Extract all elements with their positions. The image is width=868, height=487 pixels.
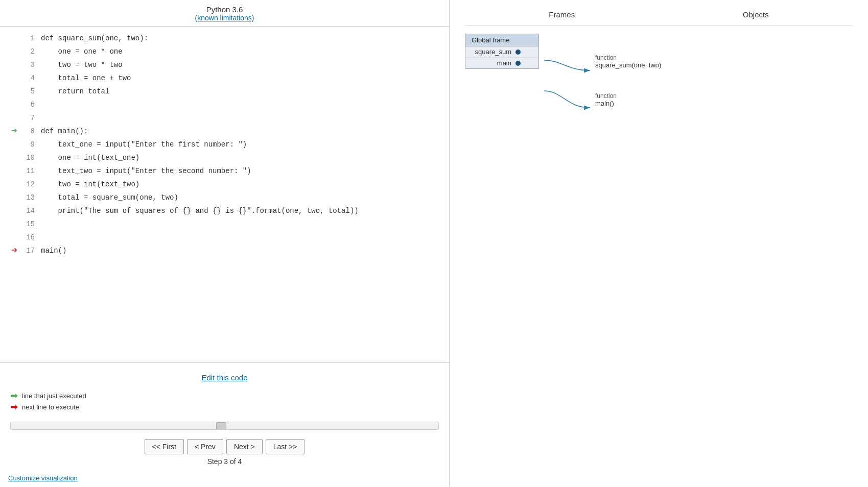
edit-this-code-link[interactable]: Edit this code (201, 373, 247, 382)
green-arrow-icon: ➡ (10, 391, 18, 400)
last-button[interactable]: Last >> (266, 439, 305, 454)
function-name-square-sum: square_sum(one, two) (595, 61, 661, 69)
prev-button[interactable]: < Prev (187, 439, 223, 454)
legend: ➡ line that just executed ➡ next line to… (0, 388, 449, 419)
line-code-3: two = two * two (41, 61, 123, 69)
red-legend-label: next line to execute (22, 403, 79, 411)
code-line-16: 16 (0, 231, 449, 244)
code-line-5: 5 return total (0, 85, 449, 98)
frame-var-main: main (471, 59, 511, 67)
frames-tab: Frames (549, 10, 575, 19)
scrollbar-thumb[interactable] (216, 422, 226, 429)
code-line-9: 9 text_one = input("Enter the first numb… (0, 138, 449, 151)
code-line-13: 13 total = square_sum(one, two) (0, 191, 449, 204)
global-frame-box: Global frame square_sum main (465, 34, 539, 69)
function-obj-square-sum: function square_sum(one, two) (595, 54, 661, 69)
code-line-6: 6 (0, 98, 449, 111)
line-code-4: total = one + two (41, 74, 131, 82)
line-num-4: 4 (20, 74, 41, 82)
line-num-7: 7 (20, 114, 41, 122)
function-label-square-sum: function (595, 54, 661, 61)
code-line-8: ➔8def main(): (0, 125, 449, 138)
green-legend-label: line that just executed (22, 392, 86, 400)
first-button[interactable]: << First (145, 439, 184, 454)
line-num-13: 13 (20, 193, 41, 202)
python-version-title: Python 3.6 (0, 5, 449, 14)
line-code-17: main() (41, 247, 66, 255)
line-num-6: 6 (20, 101, 41, 109)
step-label: Step 3 of 4 (0, 457, 449, 470)
header: Python 3.6 (known limitations) (0, 0, 449, 27)
line-num-10: 10 (20, 154, 41, 162)
line-code-11: text_two = input("Enter the second numbe… (41, 167, 251, 175)
line-num-15: 15 (20, 220, 41, 228)
frame-var-square-sum: square_sum (471, 48, 511, 56)
arrow-col-8: ➔ (0, 126, 20, 136)
scrollbar-track (10, 422, 439, 430)
line-code-14: print("The sum of squares of {} and {} i… (41, 207, 359, 215)
line-code-13: total = square_sum(one, two) (41, 193, 178, 202)
line-code-12: two = int(text_two) (41, 180, 139, 188)
navigation-row: << First < Prev Next > Last >> (0, 433, 449, 457)
line-num-3: 3 (20, 61, 41, 69)
line-num-14: 14 (20, 207, 41, 215)
global-frame-title: Global frame (465, 34, 538, 46)
code-line-14: 14 print("The sum of squares of {} and {… (0, 204, 449, 217)
line-num-2: 2 (20, 47, 41, 56)
right-panel: Frames Objects Global frame square_sum m… (450, 0, 868, 487)
red-legend-row: ➡ next line to execute (10, 402, 439, 411)
line-code-5: return total (41, 87, 109, 95)
line-num-5: 5 (20, 87, 41, 95)
edit-link-row: Edit this code (0, 368, 449, 388)
line-code-10: one = int(text_one) (41, 154, 139, 162)
frame-row-main: main (465, 58, 538, 68)
visualization-area: Global frame square_sum main (465, 34, 771, 146)
function-label-main: function (595, 92, 617, 100)
function-name-main: main() (595, 100, 617, 107)
code-line-15: 15 (0, 217, 449, 231)
line-code-1: def square_sum(one, two): (41, 34, 148, 42)
line-code-8: def main(): (41, 127, 88, 135)
scrollbar-row (0, 419, 449, 433)
red-arrow-icon: ➡ (10, 402, 18, 411)
line-num-17: 17 (20, 247, 41, 255)
line-code-9: text_one = input("Enter the first number… (41, 140, 247, 149)
right-header: Frames Objects (465, 10, 853, 26)
code-line-3: 3 two = two * two (0, 58, 449, 71)
customize-link-row: Customize visualization (0, 470, 449, 487)
next-button[interactable]: Next > (226, 439, 263, 454)
code-line-7: 7 (0, 111, 449, 125)
frame-dot-main (515, 61, 521, 66)
line-num-11: 11 (20, 167, 41, 175)
line-num-16: 16 (20, 233, 41, 241)
line-num-8: 8 (20, 127, 41, 135)
objects-tab: Objects (743, 10, 769, 19)
green-legend-row: ➡ line that just executed (10, 391, 439, 400)
code-line-10: 10 one = int(text_one) (0, 151, 449, 164)
line-num-1: 1 (20, 34, 41, 42)
code-line-11: 11 text_two = input("Enter the second nu… (0, 164, 449, 178)
frame-row-square-sum: square_sum (465, 46, 538, 58)
line-code-2: one = one * one (41, 47, 123, 56)
frame-dot-square-sum (515, 50, 521, 55)
code-line-17: ➔17main() (0, 244, 449, 257)
line-num-9: 9 (20, 140, 41, 149)
bottom-section: Edit this code ➡ line that just executed… (0, 362, 449, 487)
function-obj-main: function main() (595, 92, 617, 107)
known-limitations-link[interactable]: (known limitations) (195, 14, 254, 22)
line-num-12: 12 (20, 180, 41, 188)
customize-visualization-link[interactable]: Customize visualization (8, 474, 78, 482)
code-line-2: 2 one = one * one (0, 45, 449, 58)
code-line-4: 4 total = one + two (0, 71, 449, 85)
code-line-12: 12 two = int(text_two) (0, 178, 449, 191)
code-area: 1def square_sum(one, two):2 one = one * … (0, 27, 449, 362)
code-line-1: 1def square_sum(one, two): (0, 32, 449, 45)
arrow-col-17: ➔ (0, 246, 20, 256)
